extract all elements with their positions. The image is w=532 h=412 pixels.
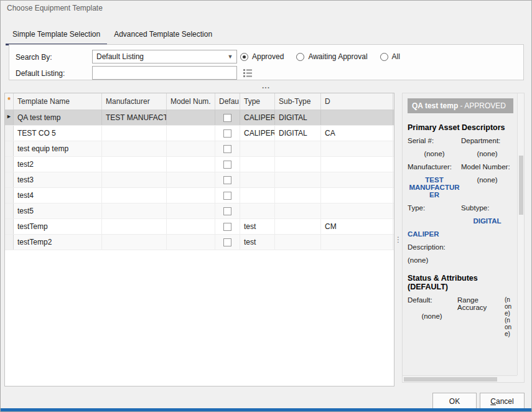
cell-model-num <box>167 204 215 218</box>
dialog-accent-bar <box>1 408 531 411</box>
tab-advanced-template-selection[interactable]: Advanced Template Selection <box>107 26 219 45</box>
search-by-dropdown[interactable]: Default Listing ▼ <box>92 50 237 63</box>
cell-description <box>321 172 393 187</box>
vertical-scrollbar-thumb[interactable] <box>519 156 523 215</box>
cell-sub-type <box>275 188 321 203</box>
cell-type: CALIPER <box>240 110 275 125</box>
table-row[interactable]: ►QA test tempTEST MANUFACTURERCALIPERDIG… <box>5 110 394 126</box>
table-row[interactable]: TEST CO 5CALIPERDIGITALCA <box>5 126 394 141</box>
tab-strip: Simple Template Selection Advanced Templ… <box>6 26 219 45</box>
vertical-splitter-grip[interactable]: ⋮ <box>394 93 402 386</box>
default-checkbox[interactable] <box>223 207 231 215</box>
detail-template-name: QA test temp <box>412 101 458 110</box>
tab-simple-template-selection[interactable]: Simple Template Selection <box>6 26 107 45</box>
search-panel: Search By: Default Listing ▼ ApprovedAwa… <box>9 44 524 80</box>
cell-sub-type: DIGITAL <box>275 126 321 141</box>
cancel-button[interactable]: Cancel <box>480 393 525 409</box>
default-checkbox[interactable] <box>223 223 231 231</box>
detail-approval-status: - APPROVED <box>458 101 506 110</box>
table-row[interactable]: testTemptestCM <box>5 219 394 235</box>
cell-type <box>240 157 275 172</box>
default-label: Default: <box>408 296 456 304</box>
chevron-down-icon[interactable]: ▼ <box>224 54 236 60</box>
column-header-default[interactable]: Defau <box>215 93 240 110</box>
table-row[interactable]: test3 <box>5 172 394 188</box>
cell-sub-type <box>275 141 321 156</box>
cell-model-num <box>167 126 215 141</box>
cell-sub-type <box>275 204 321 218</box>
table-row[interactable]: test equip temp <box>5 141 394 157</box>
row-indicator: ► <box>5 110 14 125</box>
table-row[interactable]: test4 <box>5 188 394 204</box>
cancel-accesskey: C <box>490 397 496 406</box>
grid-body: ►QA test tempTEST MANUFACTURERCALIPERDIG… <box>5 110 394 250</box>
radio-awaiting-approval[interactable]: Awaiting Approval <box>296 52 367 61</box>
cell-default <box>215 157 240 172</box>
detail-horizontal-scrollbar[interactable] <box>403 375 518 382</box>
cell-template-name: test equip temp <box>14 141 102 156</box>
column-header-sub-type[interactable]: Sub-Type <box>275 93 321 110</box>
cell-type: CALIPER <box>240 126 275 141</box>
status-attributes-fields: Default: (none) Range Accuracy (none)(no… <box>408 296 513 337</box>
range-accuracy-label: Range Accuracy <box>457 296 503 337</box>
cell-template-name: test3 <box>14 172 102 187</box>
detail-vertical-scrollbar[interactable] <box>517 93 524 377</box>
cell-manufacturer <box>102 204 167 218</box>
subtype-label: Subtype: <box>461 204 513 212</box>
cell-default <box>215 141 240 156</box>
radio-circle-icon <box>380 53 388 61</box>
radio-all[interactable]: All <box>380 52 400 61</box>
model-number-value: (none) <box>461 176 513 199</box>
default-listing-input[interactable] <box>92 66 237 80</box>
row-indicator <box>5 219 14 234</box>
horizontal-scrollbar-thumb[interactable] <box>404 377 497 382</box>
column-header-description[interactable]: D <box>321 93 393 110</box>
cell-description <box>321 188 393 203</box>
default-checkbox[interactable] <box>223 129 231 138</box>
listing-lookup-icon[interactable] <box>241 67 254 78</box>
default-checkbox[interactable] <box>223 161 231 169</box>
default-checkbox[interactable] <box>223 238 231 246</box>
column-header-model-num[interactable]: Model Num. <box>167 93 215 110</box>
cell-manufacturer <box>102 126 167 141</box>
table-row[interactable]: test5 <box>5 204 394 219</box>
row-indicator <box>5 235 14 250</box>
default-checkbox[interactable] <box>223 145 231 153</box>
cell-model-num <box>167 219 215 234</box>
ok-button[interactable]: OK <box>432 393 477 409</box>
model-number-label: Model Number: <box>461 163 513 171</box>
cell-model-num <box>167 235 215 250</box>
detail-header-badge: QA test temp - APPROVED <box>408 98 513 113</box>
cell-manufacturer <box>102 172 167 187</box>
column-header-type[interactable]: Type <box>240 93 275 110</box>
row-indicator <box>5 141 14 156</box>
default-checkbox[interactable] <box>223 176 231 184</box>
cell-manufacturer <box>102 157 167 172</box>
scrollbar-corner <box>517 375 524 382</box>
cell-default <box>215 219 240 234</box>
manufacturer-label: Manufacturer: <box>408 163 461 171</box>
cell-manufacturer <box>102 219 167 234</box>
default-checkbox[interactable] <box>223 114 231 122</box>
range-accuracy-value: (none)(none) <box>505 296 512 337</box>
approval-radio-group: ApprovedAwaiting ApprovalAll <box>240 50 400 63</box>
search-by-selected-value: Default Listing <box>93 52 224 61</box>
cell-manufacturer <box>102 141 167 156</box>
table-row[interactable]: testTemp2test <box>5 235 394 250</box>
default-checkbox[interactable] <box>223 192 231 200</box>
serial-label: Serial #: <box>408 137 461 144</box>
cell-description: CA <box>321 126 393 141</box>
column-header-template-name[interactable]: Template Name <box>14 93 102 110</box>
cancel-label-rest: ancel <box>496 397 514 406</box>
search-by-label: Search By: <box>16 53 52 62</box>
table-row[interactable]: test2 <box>5 157 394 172</box>
cell-description <box>321 141 393 156</box>
radio-approved[interactable]: Approved <box>240 52 284 61</box>
cell-description <box>321 110 393 125</box>
cell-default <box>215 235 240 250</box>
column-header-manufacturer[interactable]: Manufacturer <box>102 93 167 110</box>
department-label: Department: <box>461 137 513 144</box>
cell-manufacturer: TEST MANUFACTURER <box>102 110 167 125</box>
horizontal-splitter-grip[interactable]: ... <box>1 82 531 90</box>
window-title: Choose Equipment Template <box>7 4 103 12</box>
